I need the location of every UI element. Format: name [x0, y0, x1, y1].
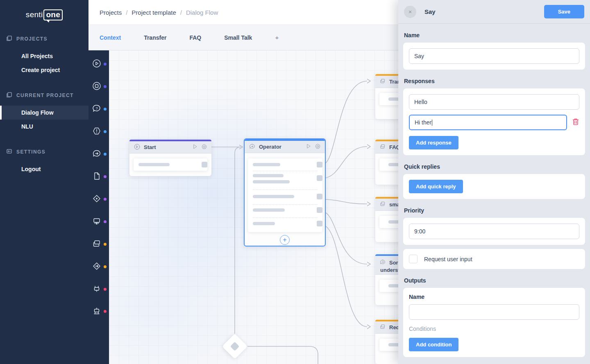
app-root: sentione PROJECTS All Projects Create pr…	[0, 0, 590, 364]
response-input-2[interactable]: Hi ther	[409, 115, 567, 130]
output-port[interactable]	[202, 162, 207, 167]
output-port[interactable]	[317, 221, 322, 226]
node-content-row	[134, 158, 207, 171]
outputs-section-label: Outputs	[404, 277, 584, 284]
palette-dot	[104, 153, 107, 156]
question-bubble-icon[interactable]: ?	[88, 102, 109, 116]
palette-dot	[104, 108, 107, 111]
device-icon[interactable]	[88, 215, 109, 228]
sentione-logo: sentione	[0, 9, 88, 20]
document-icon[interactable]	[88, 170, 109, 183]
delete-response-icon[interactable]	[572, 118, 579, 127]
cards-stack-icon[interactable]	[88, 237, 109, 251]
palette-dot	[104, 288, 107, 291]
add-tab-button[interactable]: +	[275, 34, 279, 41]
svg-text:?: ?	[96, 106, 98, 111]
palette-dot	[104, 198, 107, 201]
cards-stack-icon	[379, 323, 386, 331]
diamond-port	[230, 342, 240, 351]
logo-text-one: one	[43, 9, 63, 20]
palette-dot	[104, 130, 107, 133]
panel-title: Say	[424, 8, 436, 15]
palette-dot	[104, 175, 107, 178]
quick-replies-card: Add quick reply	[403, 174, 585, 199]
say-bubble-icon	[249, 143, 256, 151]
response-input-1[interactable]	[409, 94, 579, 110]
request-user-input-label: Request user input	[424, 256, 472, 262]
palette-dot	[104, 63, 107, 66]
sidebar-item-dialog-flow[interactable]: Dialog Flow	[0, 106, 88, 120]
name-section-label: Name	[404, 32, 584, 38]
cards-stack-icon	[379, 201, 386, 208]
tab-faq[interactable]: FAQ	[189, 34, 201, 41]
section-projects: PROJECTS	[0, 34, 88, 43]
add-quick-reply-button[interactable]: Add quick reply	[409, 180, 463, 193]
run-node-icon[interactable]	[306, 143, 311, 150]
node-palette: ?	[88, 50, 109, 364]
tab-transfer[interactable]: Transfer	[144, 34, 166, 41]
play-circle-icon	[134, 143, 141, 151]
sidebar-item-nlu[interactable]: NLU	[0, 120, 88, 133]
plug-up-icon[interactable]	[88, 282, 109, 296]
play-circle-icon[interactable]	[88, 57, 109, 71]
cards-stack-icon	[379, 78, 386, 86]
output-name-label: Name	[409, 294, 579, 300]
request-user-input-checkbox[interactable]	[409, 255, 418, 263]
run-node-icon[interactable]	[192, 144, 198, 151]
add-condition-button[interactable]: Add condition	[409, 338, 458, 351]
projects-icon	[6, 35, 12, 43]
section-current-project: CURRENT PROJECT	[0, 91, 88, 100]
stop-circle-icon[interactable]	[88, 79, 109, 93]
quick-replies-section-label: Quick replies	[404, 163, 584, 170]
responses-card: Hi ther Add response	[403, 88, 585, 155]
node-start[interactable]: Start	[129, 140, 211, 176]
sidebar-item-create-project[interactable]: Create project	[0, 63, 88, 77]
node-name-input[interactable]	[409, 48, 579, 64]
node-settings-icon[interactable]	[201, 144, 207, 151]
plug-down-icon[interactable]	[88, 304, 109, 318]
redirect-diamond-icon[interactable]	[88, 260, 109, 274]
breadcrumb-project-template[interactable]: Project template	[132, 9, 176, 16]
palette-dot	[104, 220, 107, 223]
node-title: Operator	[259, 144, 281, 150]
text-caret	[432, 120, 432, 126]
tab-small-talk[interactable]: Small Talk	[224, 34, 252, 41]
cards-stack-icon	[379, 143, 386, 151]
add-response-button[interactable]: Add response	[409, 136, 458, 149]
close-icon[interactable]: ×	[404, 6, 416, 18]
exclamation-hexagon-icon[interactable]	[88, 124, 109, 138]
node-operator[interactable]: Operator +	[244, 138, 326, 246]
outputs-card: Name Conditions Add condition	[403, 288, 585, 357]
output-port[interactable]	[317, 175, 322, 181]
settings-icon	[6, 148, 12, 156]
breadcrumb-separator: /	[126, 9, 127, 16]
priority-select[interactable]: 9:00	[409, 224, 579, 239]
node-title: Red	[389, 324, 399, 330]
sidebar-item-all-projects[interactable]: All Projects	[0, 49, 88, 63]
panel-header: × Say Save	[398, 0, 590, 24]
add-output-button[interactable]: +	[280, 235, 290, 245]
project-icon	[6, 92, 12, 99]
output-port[interactable]	[317, 162, 322, 167]
request-input-card: Request user input	[403, 249, 585, 269]
priority-card: 9:00	[403, 218, 585, 245]
palette-dot	[104, 85, 107, 88]
decision-diamond-icon[interactable]	[88, 192, 109, 206]
output-port[interactable]	[317, 194, 322, 199]
node-content	[248, 158, 322, 232]
sidebar: sentione PROJECTS All Projects Create pr…	[0, 0, 88, 364]
section-settings: SETTINGS	[0, 147, 88, 156]
save-button[interactable]: Save	[544, 5, 584, 18]
responses-section-label: Responses	[404, 78, 584, 84]
output-port[interactable]	[317, 207, 322, 213]
palette-dot	[104, 265, 107, 268]
tab-context[interactable]: Context	[100, 34, 121, 41]
say-bubble-icon[interactable]	[88, 147, 109, 161]
node-settings-icon[interactable]	[315, 143, 321, 151]
node-properties-panel: × Say Save Name Responses Hi ther Add re…	[398, 0, 590, 364]
sidebar-item-logout[interactable]: Logout	[0, 162, 88, 176]
logo-text-senti: senti	[26, 10, 43, 19]
breadcrumb-projects[interactable]: Projects	[100, 9, 122, 16]
output-name-input[interactable]	[409, 304, 579, 320]
palette-dot	[104, 310, 107, 313]
